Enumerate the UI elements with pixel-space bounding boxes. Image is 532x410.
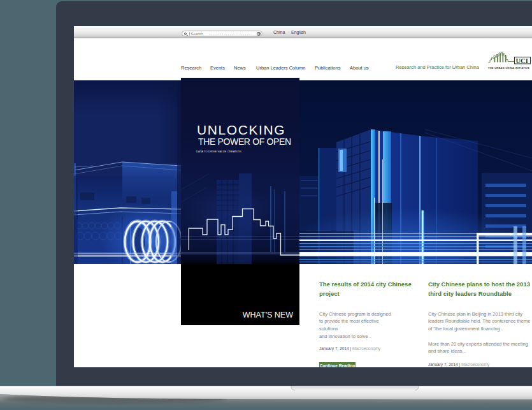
svg-text:UCI: UCI: [516, 57, 528, 64]
svg-text:THE URBAN CHINA INITIATIVE: THE URBAN CHINA INITIATIVE: [488, 66, 529, 70]
